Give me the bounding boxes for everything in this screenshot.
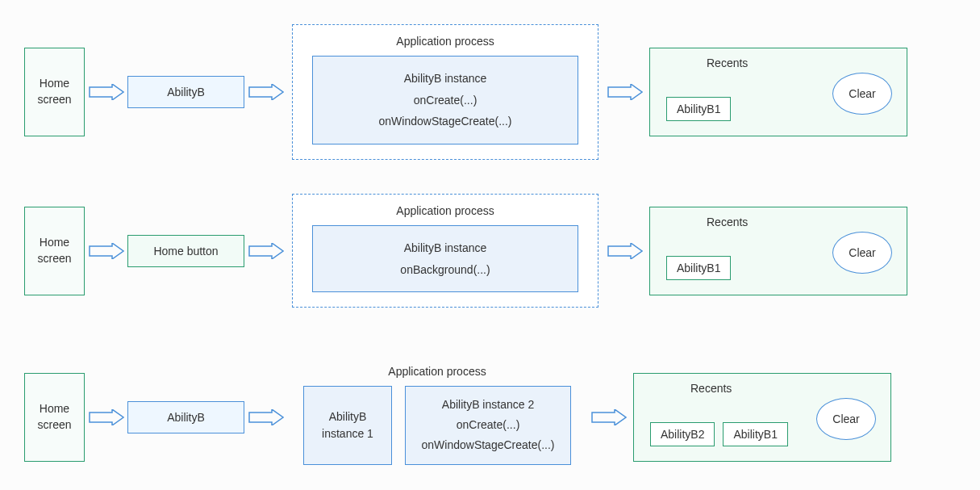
arrow-icon [88,243,124,259]
arrow-icon [607,84,643,100]
recents-title: Recents [690,382,732,395]
recents-items: AbilityB2 AbilityB1 [650,422,788,446]
recents-item[interactable]: AbilityB1 [666,256,731,280]
instance-line: AbilityB instance [404,237,487,259]
process-title: Application process [388,365,486,378]
recents-item[interactable]: AbilityB1 [666,97,731,121]
recents-items: AbilityB1 [666,97,731,121]
recents-panel: Recents AbilityB1 Clear [649,207,907,295]
instance-pair: AbilityB instance 1 AbilityB instance 2 … [303,386,571,465]
action-home-button: Home button [127,235,244,267]
instance-line: onCreate(...) [414,90,477,111]
action-label: AbilityB [167,86,205,98]
ability-instance-1: AbilityB instance 1 [303,386,392,465]
clear-label: Clear [849,87,875,100]
instance-line: AbilityB instance 2 [442,395,534,415]
recents-item[interactable]: AbilityB2 [650,422,715,446]
action-label: AbilityB [167,411,205,424]
ability-instance-box: AbilityB instance onCreate(...) onWindow… [312,56,578,144]
home-screen-label: Home screen [25,76,84,107]
clear-label: Clear [849,246,875,259]
recents-items: AbilityB1 [666,256,731,280]
flow-row-3: Home screen AbilityB Application process… [0,355,891,480]
home-screen-box: Home screen [24,373,85,462]
instance-line: onWindowStageCreate(...) [379,111,512,132]
recents-title: Recents [707,216,748,228]
application-process-container: Application process AbilityB instance 1 … [292,355,582,480]
arrow-icon [248,243,284,259]
process-title: Application process [396,35,494,48]
clear-button[interactable]: Clear [832,73,892,115]
home-screen-label: Home screen [25,235,84,266]
arrow-icon [607,243,643,259]
home-screen-label: Home screen [25,401,84,433]
application-process-container: Application process AbilityB instance on… [292,194,598,308]
action-ability-b: AbilityB [127,76,244,108]
clear-label: Clear [832,413,859,425]
arrow-icon [88,409,124,425]
process-title: Application process [396,204,494,217]
ability-instance-box: AbilityB instance onBackground(...) [312,225,578,292]
recents-item[interactable]: AbilityB1 [723,422,787,446]
recents-title: Recents [707,57,748,69]
home-screen-box: Home screen [24,48,85,136]
instance-line: onBackground(...) [400,259,490,281]
arrow-icon [248,409,284,425]
flow-row-2: Home screen Home button Application proc… [0,194,907,308]
instance-line: AbilityB instance [404,68,487,90]
clear-button[interactable]: Clear [832,232,892,274]
arrow-icon [88,84,124,100]
arrow-icon [248,84,284,100]
clear-button[interactable]: Clear [816,398,876,440]
recents-panel: Recents AbilityB2 AbilityB1 Clear [633,373,891,462]
ability-instance-2: AbilityB instance 2 onCreate(...) onWind… [405,386,571,465]
home-screen-box: Home screen [24,207,85,295]
application-process-container: Application process AbilityB instance on… [292,24,598,160]
instance-line: AbilityB instance 1 [309,408,386,442]
recents-panel: Recents AbilityB1 Clear [649,48,907,136]
arrow-icon [590,409,627,425]
flow-row-1: Home screen AbilityB Application process… [0,24,907,160]
instance-line: onCreate(...) [457,415,520,435]
instance-line: onWindowStageCreate(...) [422,435,555,455]
action-ability-b: AbilityB [127,401,244,433]
action-label: Home button [153,245,218,258]
